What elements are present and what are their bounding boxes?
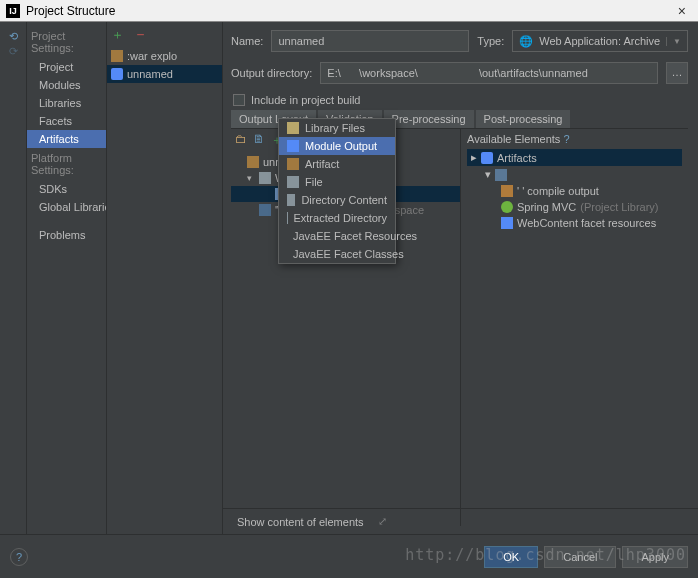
tab-post-processing[interactable]: Post-processing: [476, 110, 571, 128]
outdir-label: Output directory:: [231, 67, 312, 79]
dialog-footer: ? OK Cancel Apply: [0, 534, 698, 578]
folder-icon: [287, 194, 295, 206]
globe-icon: 🌐: [519, 35, 533, 48]
show-content-row[interactable]: Show content of elements ⤢: [223, 508, 698, 534]
sidebar-item-sdks[interactable]: SDKs: [27, 180, 106, 198]
type-label: Type:: [477, 35, 504, 47]
apply-button[interactable]: Apply: [622, 546, 688, 568]
app-icon: IJ: [6, 4, 20, 18]
close-icon[interactable]: ×: [672, 3, 692, 19]
sidebar-item-global-libraries[interactable]: Global Libraries: [27, 198, 106, 216]
sidebar-header-platform: Platform Settings:: [27, 148, 106, 180]
sidebar-item-problems[interactable]: Problems: [27, 226, 106, 244]
webcontent-icon: [259, 204, 271, 216]
expand-icon[interactable]: ⤢: [378, 515, 387, 528]
compile-output-icon: [501, 185, 513, 197]
sidebar-item-libraries[interactable]: Libraries: [27, 94, 106, 112]
left-gutter: ⟲ ⟳: [0, 22, 27, 534]
artifact-list: ＋ － :war explo unnamed: [107, 22, 223, 534]
available-tree: ▸Artifacts ▾ ' ' compile output Spring M…: [467, 149, 682, 231]
artifact-icon: [481, 152, 493, 164]
artifact-label: :war explo: [127, 50, 177, 62]
help-icon[interactable]: ?: [563, 133, 569, 145]
tree-node[interactable]: ▾: [467, 166, 682, 183]
menu-item-javaee-resources[interactable]: JavaEE Facet Resources: [279, 227, 395, 245]
help-button[interactable]: ?: [10, 548, 28, 566]
archive-icon: [247, 156, 259, 168]
titlebar: IJ Project Structure ×: [0, 0, 698, 22]
library-icon: [287, 122, 299, 134]
web-icon: [501, 217, 513, 229]
artifact-toolbar: ＋ －: [107, 22, 222, 47]
menu-item-extracted-directory[interactable]: Extracted Directory: [279, 209, 395, 227]
available-elements-pane: Available Elements ? ▸Artifacts ▾ ' ' co…: [461, 129, 688, 526]
artifact-row[interactable]: unnamed: [107, 65, 222, 83]
content-pane: Name: Type: 🌐 Web Application: Archive ▼…: [223, 22, 698, 534]
tree-node[interactable]: Spring MVC (Project Library): [467, 199, 682, 215]
back-icon[interactable]: ⟲: [0, 30, 26, 43]
sidebar-item-modules[interactable]: Modules: [27, 76, 106, 94]
sidebar: Project Settings: Project Modules Librar…: [27, 22, 107, 534]
sidebar-item-artifacts[interactable]: Artifacts: [27, 130, 106, 148]
tab-pre-processing[interactable]: Pre-processing: [384, 110, 474, 128]
new-folder-icon[interactable]: 🗀: [235, 132, 247, 149]
add-content-menu: Library Files Module Output Artifact Fil…: [278, 118, 396, 264]
module-icon: [287, 140, 299, 152]
menu-item-module-output[interactable]: Module Output: [279, 137, 395, 155]
archive-icon: [111, 50, 123, 62]
name-input[interactable]: [271, 30, 469, 52]
checkbox-icon[interactable]: [233, 94, 245, 106]
spring-icon: [501, 201, 513, 213]
file-icon: [287, 176, 299, 188]
include-label: Include in project build: [251, 94, 360, 106]
available-header: Available Elements ?: [467, 133, 682, 145]
tree-node[interactable]: ' ' compile output: [467, 183, 682, 199]
include-checkbox-row[interactable]: Include in project build: [231, 94, 688, 106]
tree-node[interactable]: ▸Artifacts: [467, 149, 682, 166]
menu-item-file[interactable]: File: [279, 173, 395, 191]
remove-artifact-icon[interactable]: －: [133, 25, 148, 42]
outdir-input[interactable]: [320, 62, 658, 84]
window-title: Project Structure: [26, 4, 672, 18]
menu-item-javaee-classes[interactable]: JavaEE Facet Classes: [279, 245, 395, 263]
name-label: Name:: [231, 35, 263, 47]
type-value: Web Application: Archive: [539, 35, 660, 47]
tree-node[interactable]: WebContent facet resources: [467, 215, 682, 231]
folder-icon: [259, 172, 271, 184]
browse-button[interactable]: …: [666, 62, 688, 84]
add-artifact-icon[interactable]: ＋: [111, 27, 124, 42]
forward-icon[interactable]: ⟳: [0, 45, 26, 58]
new-archive-icon[interactable]: 🗎: [253, 132, 265, 149]
sidebar-item-facets[interactable]: Facets: [27, 112, 106, 130]
artifact-icon: [287, 158, 299, 170]
cancel-button[interactable]: Cancel: [544, 546, 616, 568]
sidebar-item-project[interactable]: Project: [27, 58, 106, 76]
artifact-icon: [111, 68, 123, 80]
menu-item-artifact[interactable]: Artifact: [279, 155, 395, 173]
ok-button[interactable]: OK: [484, 546, 538, 568]
artifact-row[interactable]: :war explo: [107, 47, 222, 65]
show-content-label: Show content of elements: [237, 516, 364, 528]
chevron-down-icon: ▼: [666, 37, 681, 46]
sidebar-header-project: Project Settings:: [27, 26, 106, 58]
menu-item-directory-content[interactable]: Directory Content: [279, 191, 395, 209]
type-select[interactable]: 🌐 Web Application: Archive ▼: [512, 30, 688, 52]
artifact-label: unnamed: [127, 68, 173, 80]
menu-item-library-files[interactable]: Library Files: [279, 119, 395, 137]
module-icon: [495, 169, 507, 181]
